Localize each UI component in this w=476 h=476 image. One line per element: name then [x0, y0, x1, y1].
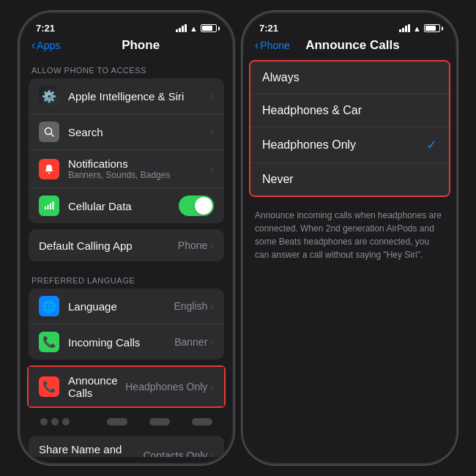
selected-checkmark-icon: ✓: [426, 137, 437, 153]
left-nav: ‹ Apps Phone: [20, 37, 233, 57]
incoming-calls-value: Banner: [174, 336, 207, 348]
right-signal-icon: [399, 24, 410, 32]
announce-options-highlighted: Always Headphones & Car Headphones Only …: [249, 60, 450, 197]
notif-subtitle: Banners, Sounds, Badges: [68, 170, 210, 180]
left-status-icons: ▲: [176, 24, 217, 33]
notif-icon: [39, 159, 59, 179]
share-name-photo-row[interactable]: Share Name and Photo Contacts Only ›: [29, 436, 224, 457]
list-item-cellular[interactable]: Cellular Data: [29, 188, 224, 223]
svg-rect-5: [53, 201, 54, 209]
list-item-announce-calls[interactable]: 📞 Announce Calls Headphones Only ›: [29, 367, 224, 406]
notif-title: Notifications: [68, 157, 210, 170]
announce-calls-value: Headphones Only: [125, 381, 207, 393]
left-back-button[interactable]: ‹ Apps: [31, 39, 60, 52]
default-calling-title: Default Calling App: [39, 239, 178, 252]
svg-rect-4: [50, 204, 51, 210]
announce-calls-icon: 📞: [39, 376, 59, 397]
right-nav-title: Announce Calls: [290, 38, 415, 53]
right-back-label: Phone: [260, 40, 289, 51]
list-item-incoming-calls[interactable]: 📞 Incoming Calls Banner ›: [29, 324, 224, 360]
default-calling-row[interactable]: Default Calling App Phone ›: [29, 229, 224, 261]
right-wifi-icon: ▲: [413, 24, 421, 33]
language-value: English: [174, 300, 207, 312]
left-time: 7:21: [36, 23, 55, 34]
dot-4: [107, 418, 127, 425]
siri-chevron: ›: [210, 90, 214, 102]
dot-1: [40, 418, 48, 425]
svg-rect-2: [45, 207, 46, 209]
right-battery-icon: [424, 24, 440, 32]
preferred-language-group: 🌐 Language English › 📞 Incoming Calls Ba…: [29, 289, 224, 360]
share-chevron: ›: [210, 450, 214, 457]
cellular-title: Cellular Data: [68, 200, 179, 212]
allow-access-group: ⚙️ Apple Intelligence & Siri › Search ›: [29, 78, 224, 223]
cellular-icon: [39, 196, 59, 216]
language-icon: 🌐: [39, 296, 59, 316]
right-nav: ‹ Phone Announce Calls: [243, 37, 456, 57]
option-headphones-only[interactable]: Headphones Only ✓: [250, 127, 449, 163]
list-item-notifications[interactable]: Notifications Banners, Sounds, Badges ›: [29, 150, 224, 188]
incoming-calls-title: Incoming Calls: [68, 336, 174, 349]
right-status-bar: 7:21 ▲: [243, 12, 456, 37]
left-back-label: Apps: [37, 40, 60, 51]
announce-description: Announce incoming calls when headphones …: [243, 200, 456, 270]
signal-icon: [176, 24, 187, 32]
option-headphones-car[interactable]: Headphones & Car: [250, 94, 449, 127]
left-nav-title: Phone: [60, 38, 221, 53]
option-always-text: Always: [262, 71, 437, 84]
search-chevron: ›: [210, 126, 214, 138]
dot-5: [149, 418, 170, 425]
right-phone: 7:21 ▲ ‹ Phone Announce Calls Always: [242, 11, 458, 465]
share-value: Contacts Only: [143, 450, 207, 457]
preferred-language-label: PREFERRED LANGUAGE: [20, 267, 233, 289]
right-back-chevron-icon: ‹: [255, 39, 259, 52]
incoming-calls-icon: 📞: [39, 332, 59, 352]
back-chevron-icon: ‹: [31, 39, 35, 52]
allow-access-label: ALLOW PHONE TO ACCESS: [20, 57, 233, 78]
right-time: 7:21: [259, 23, 278, 34]
incoming-calls-chevron: ›: [210, 336, 214, 348]
announce-calls-highlighted-row: 📞 Announce Calls Headphones Only ›: [27, 365, 226, 408]
announce-calls-title: Announce Calls: [68, 374, 125, 399]
option-headphones-car-text: Headphones & Car: [262, 104, 437, 117]
list-item-language[interactable]: 🌐 Language English ›: [29, 289, 224, 324]
search-icon: [39, 122, 59, 142]
default-calling-value: Phone: [178, 239, 207, 251]
option-never-text: Never: [262, 173, 437, 186]
list-item-search[interactable]: Search ›: [29, 114, 224, 150]
notif-chevron: ›: [210, 163, 214, 175]
option-headphones-only-text: Headphones Only: [262, 138, 426, 152]
right-status-icons: ▲: [399, 24, 440, 33]
left-status-bar: 7:21 ▲: [20, 12, 233, 37]
siri-title: Apple Intelligence & Siri: [68, 90, 210, 103]
share-title: Share Name and Photo: [39, 443, 143, 457]
language-chevron: ›: [210, 300, 214, 312]
option-always[interactable]: Always: [250, 62, 449, 94]
list-item-siri[interactable]: ⚙️ Apple Intelligence & Siri ›: [29, 78, 224, 114]
dot-6: [192, 418, 212, 425]
cellular-toggle[interactable]: [179, 196, 214, 216]
search-title: Search: [68, 126, 210, 138]
announce-calls-chevron: ›: [210, 381, 214, 393]
battery-icon: [201, 24, 217, 32]
siri-icon: ⚙️: [39, 86, 59, 106]
language-title: Language: [68, 300, 174, 313]
right-back-button[interactable]: ‹ Phone: [255, 39, 290, 52]
dot-2: [51, 418, 59, 425]
svg-line-1: [51, 134, 54, 137]
wifi-icon: ▲: [190, 24, 198, 33]
default-calling-chevron: ›: [210, 239, 214, 251]
option-never[interactable]: Never: [250, 163, 449, 196]
dot-3: [62, 418, 70, 425]
left-screen-content: ALLOW PHONE TO ACCESS ⚙️ Apple Intellige…: [20, 57, 233, 457]
left-phone: 7:21 ▲ ‹ Apps Phone ALLOW PHONE TO ACCES…: [18, 11, 234, 465]
dots-row: [29, 411, 224, 433]
svg-rect-3: [48, 205, 49, 209]
right-screen-content: Always Headphones & Car Headphones Only …: [243, 57, 456, 457]
